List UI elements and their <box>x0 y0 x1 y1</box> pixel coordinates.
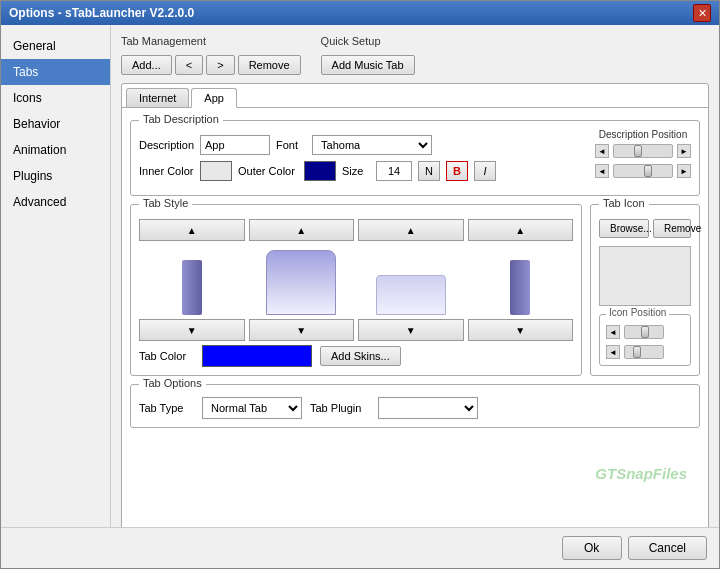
style-col-2 <box>249 219 355 341</box>
tab-icon-group: Tab Icon Browse... Remove Icon Position <box>590 204 700 376</box>
description-position: Description Position ◄ ► <box>595 129 691 178</box>
sidebar-item-advanced[interactable]: Advanced <box>1 189 110 215</box>
size-input[interactable] <box>376 161 412 181</box>
icon-left-btn[interactable]: ◄ <box>606 325 620 339</box>
style-down-1[interactable] <box>139 319 245 341</box>
style-preview-1 <box>139 245 245 315</box>
tab-style-title: Tab Style <box>139 197 192 209</box>
style-up-3[interactable] <box>358 219 464 241</box>
icon-horiz-slider: ◄ <box>606 325 684 339</box>
style-up-1[interactable] <box>139 219 245 241</box>
font-label: Font <box>276 139 306 151</box>
tab-management-buttons: Add... < > Remove <box>121 55 301 75</box>
add-button[interactable]: Add... <box>121 55 172 75</box>
icon-horiz-thumb <box>641 326 649 338</box>
desc-slider-right[interactable]: ► <box>677 144 691 158</box>
tab-shape-3 <box>376 275 446 315</box>
style-down-3[interactable] <box>358 319 464 341</box>
outer-color-swatch[interactable] <box>304 161 336 181</box>
inner-color-swatch[interactable] <box>200 161 232 181</box>
style-down-4[interactable] <box>468 319 574 341</box>
size-label: Size <box>342 165 370 177</box>
style-up-4[interactable] <box>468 219 574 241</box>
quick-setup-label: Quick Setup <box>321 35 415 47</box>
desc-vert-thumb <box>644 165 652 177</box>
sidebar-item-icons[interactable]: Icons <box>1 85 110 111</box>
sidebar-item-behavior[interactable]: Behavior <box>1 111 110 137</box>
main-window: Options - sTabLauncher V2.2.0.0 ✕ Genera… <box>0 0 720 569</box>
next-button[interactable]: > <box>206 55 234 75</box>
style-up-2[interactable] <box>249 219 355 241</box>
desc-label: Description <box>139 139 194 151</box>
tab-type-select[interactable]: Normal Tab <box>202 397 302 419</box>
tab-color-swatch[interactable] <box>202 345 312 367</box>
top-row: Tab Management Add... < > Remove Quick S… <box>121 35 709 75</box>
icon-vert-thumb <box>633 346 641 358</box>
desc-slider-down[interactable]: ► <box>677 164 691 178</box>
style-col-3 <box>358 219 464 341</box>
inner-tabs-row: Internet App <box>122 84 708 107</box>
inner-panel: Internet App Tab Description Description… <box>121 83 709 530</box>
icon-position-group: Icon Position ◄ ◄ <box>599 314 691 366</box>
tab-plugin-label: Tab Plugin <box>310 402 370 414</box>
tab-icon-buttons: Browse... Remove <box>599 219 691 238</box>
tab-shape-1 <box>182 260 202 315</box>
icon-vert-slider: ◄ <box>606 345 684 359</box>
icon-vert-track[interactable] <box>624 345 664 359</box>
tab-management: Tab Management Add... < > Remove <box>121 35 301 75</box>
desc-horiz-thumb <box>634 145 642 157</box>
icon-remove-button[interactable]: Remove <box>653 219 691 238</box>
tab-style-group: Tab Style <box>130 204 582 376</box>
cancel-button[interactable]: Cancel <box>628 536 707 560</box>
icon-pos-title: Icon Position <box>606 307 669 318</box>
icon-horiz-track[interactable] <box>624 325 664 339</box>
italic-format-button[interactable]: I <box>474 161 496 181</box>
tab-shape-4 <box>510 260 530 315</box>
desc-slider-left[interactable]: ◄ <box>595 144 609 158</box>
internet-tab[interactable]: Internet <box>126 88 189 107</box>
bold-format-button[interactable]: B <box>446 161 468 181</box>
remove-button[interactable]: Remove <box>238 55 301 75</box>
sidebar: General Tabs Icons Behavior Animation Pl… <box>1 25 111 540</box>
tab-shape-2 <box>266 250 336 315</box>
tab-management-label: Tab Management <box>121 35 301 47</box>
desc-slider-up[interactable]: ◄ <box>595 164 609 178</box>
tab-description-title: Tab Description <box>139 113 223 125</box>
desc-vert-slider: ◄ ► <box>595 164 691 178</box>
sidebar-item-plugins[interactable]: Plugins <box>1 163 110 189</box>
title-bar: Options - sTabLauncher V2.2.0.0 ✕ <box>1 1 719 25</box>
tab-plugin-select[interactable] <box>378 397 478 419</box>
style-preview-2 <box>249 245 355 315</box>
desc-horiz-track[interactable] <box>613 144 673 158</box>
main-panel: Tab Management Add... < > Remove Quick S… <box>111 25 719 540</box>
tab-options-section: Tab Options Tab Type Normal Tab Tab Plug… <box>130 384 700 428</box>
icon-up-btn[interactable]: ◄ <box>606 345 620 359</box>
options-row: Tab Type Normal Tab Tab Plugin <box>139 397 691 419</box>
style-col-1 <box>139 219 245 341</box>
tab-icon-title: Tab Icon <box>599 197 649 209</box>
content-area: General Tabs Icons Behavior Animation Pl… <box>1 25 719 540</box>
add-music-tab-button[interactable]: Add Music Tab <box>321 55 415 75</box>
font-select[interactable]: Tahoma <box>312 135 432 155</box>
sidebar-item-animation[interactable]: Animation <box>1 137 110 163</box>
ok-button[interactable]: Ok <box>562 536 622 560</box>
desc-vert-track[interactable] <box>613 164 673 178</box>
close-button[interactable]: ✕ <box>693 4 711 22</box>
sidebar-item-tabs[interactable]: Tabs <box>1 59 110 85</box>
style-col-4 <box>468 219 574 341</box>
add-skins-button[interactable]: Add Skins... <box>320 346 401 366</box>
tab-type-label: Tab Type <box>139 402 194 414</box>
style-preview-4 <box>468 245 574 315</box>
sidebar-item-general[interactable]: General <box>1 33 110 59</box>
desc-input[interactable] <box>200 135 270 155</box>
app-tab[interactable]: App <box>191 88 237 108</box>
tab-options-title: Tab Options <box>139 377 206 389</box>
browse-button[interactable]: Browse... <box>599 219 649 238</box>
tab-color-label: Tab Color <box>139 350 194 362</box>
tab-content: Tab Description Description Position ◄ <box>122 107 708 436</box>
normal-format-button[interactable]: N <box>418 161 440 181</box>
icon-position-sliders: ◄ ◄ <box>606 325 684 359</box>
prev-button[interactable]: < <box>175 55 203 75</box>
style-down-2[interactable] <box>249 319 355 341</box>
desc-horiz-slider: ◄ ► <box>595 144 691 158</box>
